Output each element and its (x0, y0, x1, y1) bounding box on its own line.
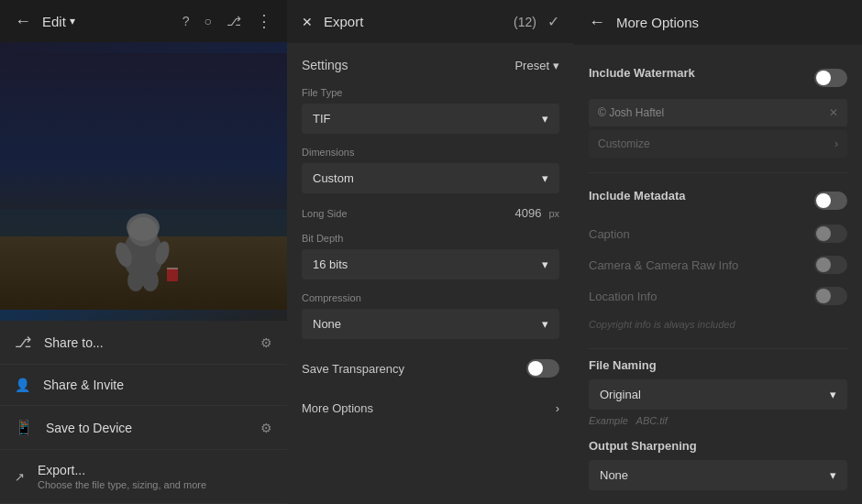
compression-field: Compression None ▾ (302, 292, 559, 339)
save-device-icon: 📱 (15, 419, 33, 436)
watermark-row: Include Watermark (589, 60, 847, 95)
divider-1 (589, 172, 847, 173)
export-label: Export... (38, 463, 206, 477)
save-transparency-row: Save Transparency (302, 352, 559, 385)
watermark-clear-icon[interactable]: ✕ (829, 106, 838, 119)
save-device-item[interactable]: 📱 Save to Device ⚙ (0, 406, 287, 450)
export-close-icon[interactable]: ✕ (302, 15, 313, 29)
file-type-value: TIF (313, 112, 331, 126)
photo-placeholder (0, 42, 287, 321)
circle-icon[interactable]: ○ (204, 14, 212, 28)
file-type-arrow: ▾ (542, 112, 548, 126)
metadata-toggle[interactable] (814, 192, 847, 210)
share-icon[interactable]: ⎇ (227, 14, 241, 28)
file-type-field: File Type TIF ▾ (302, 87, 559, 134)
bit-depth-select[interactable]: 16 bits ▾ (302, 249, 559, 279)
preset-dropdown-icon: ▾ (553, 59, 559, 72)
compression-arrow: ▾ (542, 317, 548, 331)
watermark-author-row[interactable]: © Josh Haftel ✕ (589, 99, 847, 126)
dimensions-arrow: ▾ (542, 171, 548, 185)
long-side-field: Long Side 4096 px (302, 206, 559, 220)
settings-label: Settings (302, 58, 348, 72)
svg-point-5 (127, 214, 160, 241)
top-bar: ← Edit ▾ ? ○ ⎇ ⋮ (0, 0, 287, 42)
more-options-body: Include Watermark © Josh Haftel ✕ Custom… (574, 45, 862, 504)
toolbar-icons: ? ○ ⎇ ⋮ (182, 11, 272, 31)
share-menu: ⎇ Share to... ⚙ 👤 Share & Invite 📱 Save … (0, 321, 287, 504)
more-options-label: More Options (302, 401, 373, 415)
divider-2 (589, 348, 847, 349)
metadata-section: Include Metadata Caption Camera & Camera… (589, 182, 847, 334)
location-toggle[interactable] (814, 287, 847, 305)
sharpening-select[interactable]: None ▾ (589, 460, 847, 490)
export-panel: ✕ Export (12) ✓ Settings Preset ▾ File T… (287, 0, 574, 504)
long-side-label: Long Side (302, 208, 507, 219)
output-sharpening-section: Output Sharpening None ▾ (589, 439, 847, 490)
watermark-author-text: © Josh Haftel (598, 106, 664, 119)
bit-depth-arrow: ▾ (542, 257, 548, 271)
caption-row: Caption (589, 218, 847, 249)
example-value: ABC.tif (636, 415, 668, 426)
more-options-header: ← More Options (574, 0, 862, 45)
export-body: Settings Preset ▾ File Type TIF ▾ Dimens… (287, 43, 574, 504)
watermark-section: Include Watermark © Josh Haftel ✕ Custom… (589, 60, 847, 158)
export-count: (12) (514, 15, 536, 29)
svg-point-8 (127, 269, 144, 291)
export-header: ✕ Export (12) ✓ (287, 0, 574, 43)
help-icon[interactable]: ? (182, 14, 190, 28)
caption-label: Caption (589, 227, 630, 241)
save-transparency-toggle[interactable] (526, 359, 559, 378)
more-back-icon[interactable]: ← (589, 13, 605, 32)
long-side-unit: px (548, 208, 559, 219)
sharpening-value: None (600, 468, 628, 482)
share-to-gear-icon[interactable]: ⚙ (260, 335, 272, 350)
more-icon[interactable]: ⋮ (256, 11, 272, 31)
save-device-gear-icon[interactable]: ⚙ (260, 421, 272, 435)
preset-button[interactable]: Preset ▾ (514, 59, 559, 72)
camera-toggle[interactable] (814, 256, 847, 274)
save-transparency-label: Save Transparency (302, 362, 404, 376)
more-options-row[interactable]: More Options › (302, 392, 559, 424)
export-item[interactable]: ↗ Export... Choose the file type, sizing… (0, 450, 287, 504)
customize-arrow: › (834, 137, 838, 150)
export-text-stack: Export... Choose the file type, sizing, … (38, 463, 206, 490)
file-naming-header: File Naming (589, 358, 847, 372)
photo-area (0, 42, 287, 321)
file-type-select[interactable]: TIF ▾ (302, 104, 559, 134)
share-to-item[interactable]: ⎇ Share to... ⚙ (0, 321, 287, 365)
compression-label: Compression (302, 292, 559, 303)
export-sublabel: Choose the file type, sizing, and more (38, 479, 206, 490)
more-options-title: More Options (616, 15, 699, 30)
more-options-panel: ← More Options Include Watermark © Josh … (574, 0, 862, 504)
preset-row: Settings Preset ▾ (302, 58, 559, 72)
customize-row[interactable]: Customize › (589, 130, 847, 158)
share-invite-item[interactable]: 👤 Share & Invite (0, 365, 287, 406)
dimensions-select[interactable]: Custom ▾ (302, 163, 559, 193)
compression-value: None (313, 317, 341, 331)
file-naming-example: Example ABC.tif (589, 415, 847, 426)
watermark-toggle[interactable] (814, 69, 847, 87)
bit-depth-value: 16 bits (313, 257, 348, 271)
back-icon[interactable]: ← (15, 12, 31, 31)
export-check-icon[interactable]: ✓ (547, 13, 559, 30)
file-naming-arrow: ▾ (830, 388, 836, 401)
dimensions-label: Dimensions (302, 147, 559, 158)
export-icon: ↗ (15, 470, 25, 484)
svg-point-9 (142, 269, 159, 291)
compression-select[interactable]: None ▾ (302, 309, 559, 339)
camera-label: Camera & Camera Raw Info (589, 258, 738, 272)
sharpening-label: Output Sharpening (589, 439, 847, 453)
share-invite-icon: 👤 (15, 378, 30, 392)
more-options-arrow: › (556, 401, 559, 415)
bit-depth-field: Bit Depth 16 bits ▾ (302, 233, 559, 279)
long-side-value[interactable]: 4096 (514, 206, 541, 220)
export-header-title: Export (324, 14, 503, 29)
caption-toggle[interactable] (814, 225, 847, 243)
watermark-label: Include Watermark (589, 66, 695, 80)
share-invite-label: Share & Invite (43, 378, 272, 392)
file-naming-select[interactable]: Original ▾ (589, 379, 847, 410)
metadata-label: Include Metadata (589, 189, 685, 203)
sharpening-arrow: ▾ (830, 468, 836, 482)
preset-label: Preset (514, 59, 549, 72)
title-dropdown-icon[interactable]: ▾ (70, 15, 75, 27)
